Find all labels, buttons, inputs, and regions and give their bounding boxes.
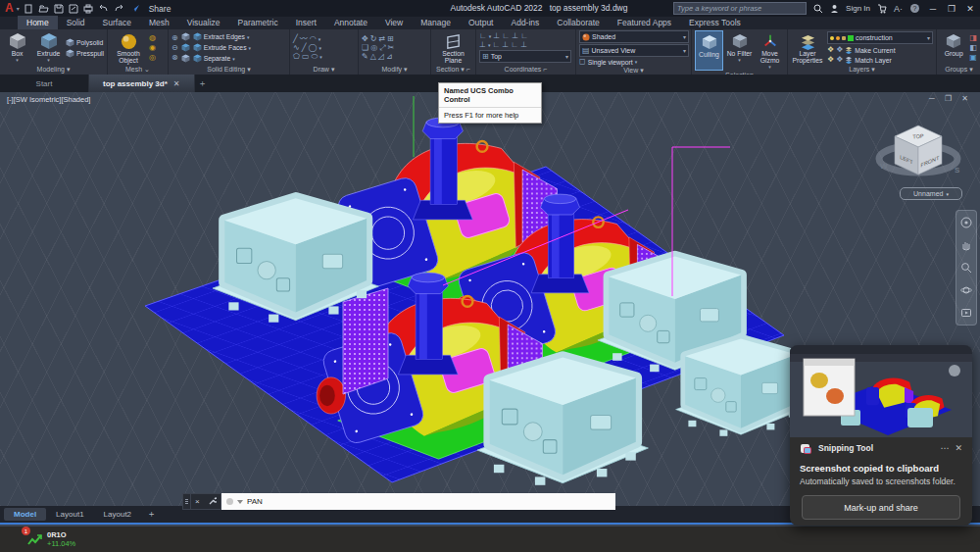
share-icon[interactable] [129, 4, 140, 13]
spline-icon[interactable]: ∿ [293, 44, 300, 52]
fillet-icon[interactable]: ◿ [378, 53, 384, 61]
command-line[interactable]: × PAN [182, 493, 615, 510]
polygon-icon[interactable]: ⬠ [293, 53, 300, 61]
undo-icon[interactable] [98, 4, 109, 13]
viewport-window-controls[interactable]: ─ ❐ ✕ [929, 94, 972, 103]
polysolid-button[interactable]: Polysolid [66, 38, 104, 47]
ucs-named-icon[interactable]: ∟ [511, 41, 518, 49]
open-icon[interactable] [38, 4, 49, 14]
ucs-z-icon[interactable]: ⊥ [512, 32, 518, 40]
ucs-y-icon[interactable]: ⊥ [502, 41, 509, 49]
layer-color-swatch[interactable] [848, 35, 854, 41]
rectangle-icon[interactable]: ▭ [302, 53, 310, 61]
tab-mesh[interactable]: Mesh [140, 16, 178, 29]
section-plane-button[interactable]: Section Plane [434, 30, 472, 65]
ucs-apply-icon[interactable]: ⊥ [520, 41, 527, 49]
panel-label-solid-editing[interactable]: Solid Editing ▾ [169, 65, 289, 75]
markup-share-button[interactable]: Mark-up and share [802, 495, 960, 520]
layer-properties-button[interactable]: Layer Properties [791, 30, 824, 65]
panel-label-view[interactable]: View ▾ [576, 66, 691, 75]
tab-model[interactable]: Model [4, 508, 46, 521]
ucs-icon[interactable]: ∟ [479, 32, 487, 40]
command-close-icon[interactable]: × [195, 497, 200, 506]
minimize-icon[interactable]: ─ [927, 4, 939, 14]
cabinet-3[interactable] [676, 339, 807, 436]
new-file-icon[interactable] [24, 4, 33, 14]
viewcube[interactable]: W S TOP LEFT FRONT [874, 104, 968, 194]
box-button[interactable]: Box▾ [3, 30, 31, 65]
file-tab-start[interactable]: Start [0, 75, 89, 92]
tab-layout2[interactable]: Layout2 [94, 508, 141, 521]
extrude-faces-button[interactable]: Extrude Faces ▾ [193, 43, 251, 52]
trim-icon[interactable]: ✂ [388, 44, 395, 52]
new-layout-button[interactable]: ＋ [147, 508, 156, 521]
panel-label-mesh[interactable]: Mesh ⌄ [108, 65, 168, 75]
ucs-world-icon[interactable]: ⊥ [493, 32, 500, 40]
tab-express-tools[interactable]: Express Tools [680, 16, 750, 29]
viewcube-top-label[interactable]: TOP [912, 133, 924, 140]
xline-icon[interactable]: ╱ [302, 44, 307, 52]
polyline-icon[interactable]: 〰 [300, 35, 308, 43]
panel-label-groups[interactable]: Groups ▾ [937, 65, 980, 75]
command-recent-icon[interactable] [237, 500, 243, 504]
panel-label-section[interactable]: Section ▾ ⌐ [431, 65, 475, 75]
circle-icon[interactable]: ◯ [309, 44, 318, 52]
maximize-icon[interactable]: ❐ [946, 4, 957, 14]
navigation-bar[interactable] [956, 210, 977, 326]
viewport-config-button[interactable]: ◻ Single viewport ▾ [579, 58, 688, 66]
array-icon[interactable]: ⊞ [387, 35, 394, 43]
offset-icon[interactable]: ◎ [370, 44, 377, 52]
layer-unlock-icon[interactable] [842, 36, 846, 40]
copy-icon[interactable]: ❏ [362, 44, 368, 52]
panel-label-layers[interactable]: Layers ▾ [788, 65, 936, 75]
save-icon[interactable] [54, 4, 64, 14]
orbit-icon[interactable] [960, 284, 972, 296]
search-icon[interactable] [813, 4, 823, 14]
compass-west-label[interactable]: W [880, 162, 888, 171]
tab-visualize[interactable]: Visualize [178, 16, 229, 29]
ucs-view-icon[interactable]: ∟ [520, 32, 528, 40]
chamfer-icon[interactable]: ⊿ [386, 53, 393, 61]
named-ucs-combo[interactable]: ⊞ Top ▾ [479, 50, 571, 63]
group-button[interactable]: Group [941, 30, 966, 65]
tab-collaborate[interactable]: Collaborate [548, 16, 608, 29]
tab-addins[interactable]: Add-ins [502, 16, 548, 29]
extract-edges-button[interactable]: Extract Edges ▾ [193, 32, 251, 41]
wrench-icon[interactable] [208, 497, 217, 506]
shell-icon[interactable] [181, 43, 190, 52]
arc-icon[interactable]: ◠ [310, 35, 317, 43]
rotate-icon[interactable]: ↻ [370, 35, 377, 43]
zoom-icon[interactable] [960, 262, 972, 274]
save-as-icon[interactable] [69, 4, 78, 14]
tab-layout1[interactable]: Layout1 [46, 508, 93, 521]
layer-combo[interactable]: construction ▾ [827, 31, 933, 44]
mesh-tool-icon[interactable]: ◍ [149, 34, 156, 42]
separate-button[interactable]: Separate ▾ [193, 54, 251, 63]
panel-label-modeling[interactable]: Modeling ▾ [0, 65, 107, 75]
command-line-grip[interactable] [182, 493, 191, 510]
intersect-icon[interactable]: ⊗ [172, 54, 178, 62]
mesh-tool-icon[interactable]: ◎ [149, 54, 156, 62]
subtract-icon[interactable]: ⊖ [172, 44, 178, 52]
mirror-icon[interactable]: ⇄ [378, 35, 385, 43]
new-drawing-tab-button[interactable]: ＋ [195, 75, 211, 92]
tab-featured-apps[interactable]: Featured Apps [609, 16, 680, 29]
file-tab-close-icon[interactable]: ✕ [173, 79, 180, 88]
ucs-origin-icon[interactable]: ∟ [502, 32, 510, 40]
viewport-controls[interactable]: [-][SW Isometric][Shaded] [7, 95, 90, 104]
screenshot-thumbnail[interactable] [790, 345, 972, 437]
line-icon[interactable]: ╱ [293, 35, 298, 43]
smooth-object-button[interactable]: Smooth Object [111, 30, 146, 65]
file-tab-active[interactable]: top assembly 3d*✕ [89, 75, 195, 92]
plot-icon[interactable] [83, 4, 93, 14]
ucs-x-icon[interactable]: ∟ [492, 41, 500, 49]
command-options-icon[interactable] [226, 498, 233, 505]
explode-icon[interactable]: △ [370, 53, 376, 61]
layer-thaw-sun-icon[interactable] [836, 36, 840, 40]
group-select-icon[interactable]: ▣ [969, 54, 977, 62]
ellipse-icon[interactable]: ⬭ [312, 53, 318, 61]
ungroup-icon[interactable]: ◨ [969, 34, 977, 42]
tab-solid[interactable]: Solid [58, 16, 94, 29]
panel-label-coordinates[interactable]: Coordinates ⌐ [476, 65, 575, 75]
snipping-tool-notification[interactable]: Snipping Tool ⋯ ✕ Screenshot copied to c… [790, 345, 972, 526]
